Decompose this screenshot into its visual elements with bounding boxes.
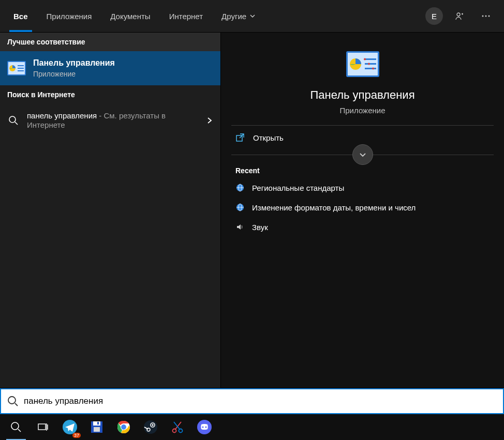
tab-all-label: Все [13,12,28,21]
svg-line-29 [15,403,18,406]
svg-point-52 [202,426,203,428]
tab-all[interactable]: Все [4,0,37,32]
taskbar-task-view-button[interactable] [30,414,56,440]
open-icon [235,133,245,142]
preview-hero: Панель управления Приложение [221,33,504,125]
taskbar-search-button[interactable] [3,414,29,440]
open-label: Открыть [253,133,284,142]
taskbar-steam-button[interactable] [138,414,164,440]
people-icon [455,11,465,21]
steam-icon [143,420,158,434]
tab-apps-label: Приложения [47,12,92,21]
preview-subtitle: Приложение [340,106,386,115]
user-initial: E [432,12,437,21]
svg-rect-32 [38,424,46,430]
recent-item-regional[interactable]: Региональные стандарты [221,178,504,198]
task-view-icon [37,421,49,433]
svg-rect-15 [365,58,376,60]
telegram-badge: 37 [72,433,81,438]
filter-tabs: Все Приложения Документы Интернет Другие… [0,0,504,33]
taskbar-snip-button[interactable] [165,414,190,440]
chevron-down-icon [359,150,367,159]
svg-point-18 [364,58,366,60]
chevron-down-icon [249,13,256,19]
svg-rect-9 [18,70,24,71]
web-result-text: панель управления - См. результаты в Инт… [27,111,199,130]
chevron-right-icon [206,117,213,124]
best-match-header: Лучшее соответствие [0,33,220,51]
tab-other[interactable]: Другие [212,0,265,32]
user-avatar[interactable]: E [425,7,443,25]
svg-rect-7 [18,65,24,66]
expand-button[interactable] [352,144,373,165]
svg-rect-39 [97,422,99,424]
taskbar-telegram-button[interactable]: 37 [57,414,83,440]
svg-rect-38 [94,427,100,432]
svg-point-28 [8,397,16,404]
svg-point-47 [173,429,176,433]
svg-rect-16 [365,63,376,65]
control-panel-large-icon [346,51,379,77]
main-content: Лучшее соответствие Панель управления Пр… [0,33,504,388]
svg-point-1 [482,16,484,17]
svg-point-30 [11,422,19,430]
best-match-texts: Панель управления Приложение [33,58,213,78]
tab-other-label: Другие [221,12,246,21]
divider-expand [231,155,494,155]
recent-item-date-formats[interactable]: Изменение форматов даты, времени и чисел [221,198,504,217]
svg-rect-17 [365,68,376,69]
more-options-button[interactable] [477,7,495,25]
search-icon [7,396,19,407]
scissors-icon [171,420,184,434]
svg-point-48 [179,429,183,433]
recent-item-sound[interactable]: Звук [221,217,504,237]
recent-item-label: Изменение форматов даты, времени и чисел [252,203,416,212]
svg-line-31 [18,429,21,432]
tab-documents[interactable]: Документы [101,0,159,32]
search-icon [7,111,20,130]
web-search-result[interactable]: панель управления - См. результаты в Инт… [0,104,220,137]
svg-point-2 [485,16,487,17]
taskbar: 37 [0,414,504,440]
tab-documents-label: Документы [110,12,150,21]
svg-point-10 [9,116,16,123]
svg-rect-8 [18,68,24,69]
preview-title: Панель управления [310,88,414,102]
results-panel: Лучшее соответствие Панель управления Пр… [0,33,220,388]
svg-point-43 [144,420,157,434]
feedback-button[interactable] [451,7,469,25]
svg-point-0 [457,13,460,16]
globe-icon [235,203,245,212]
header-right: E [425,7,500,25]
recent-header: Recent [221,163,504,178]
recent-item-label: Звук [252,223,268,232]
chrome-icon [116,420,131,434]
discord-icon [197,419,212,435]
best-match-result[interactable]: Панель управления Приложение [0,51,220,85]
recent-item-label: Региональные стандарты [252,184,344,192]
speaker-icon [235,222,245,232]
control-panel-icon [7,59,26,78]
ellipsis-icon [481,11,491,21]
web-search-header: Поиск в Интернете [0,85,220,104]
svg-point-3 [488,16,490,17]
svg-point-53 [205,426,206,428]
taskbar-discord-button[interactable] [191,414,217,440]
taskbar-save-button[interactable] [84,414,110,440]
svg-point-20 [372,68,374,70]
search-input[interactable] [24,396,497,406]
svg-point-45 [152,424,154,426]
svg-rect-37 [93,421,100,426]
svg-line-11 [15,122,18,125]
floppy-icon [90,420,104,434]
globe-icon [235,183,245,192]
taskbar-chrome-button[interactable] [111,414,137,440]
best-match-subtitle: Приложение [33,70,213,78]
best-match-title: Панель управления [33,58,213,68]
tab-internet-label: Интернет [169,12,203,21]
tab-internet[interactable]: Интернет [160,0,212,32]
preview-panel: Панель управления Приложение Открыть Rec… [220,33,504,388]
tab-apps[interactable]: Приложения [37,0,101,32]
search-bar[interactable] [0,388,504,414]
svg-point-19 [368,63,370,65]
